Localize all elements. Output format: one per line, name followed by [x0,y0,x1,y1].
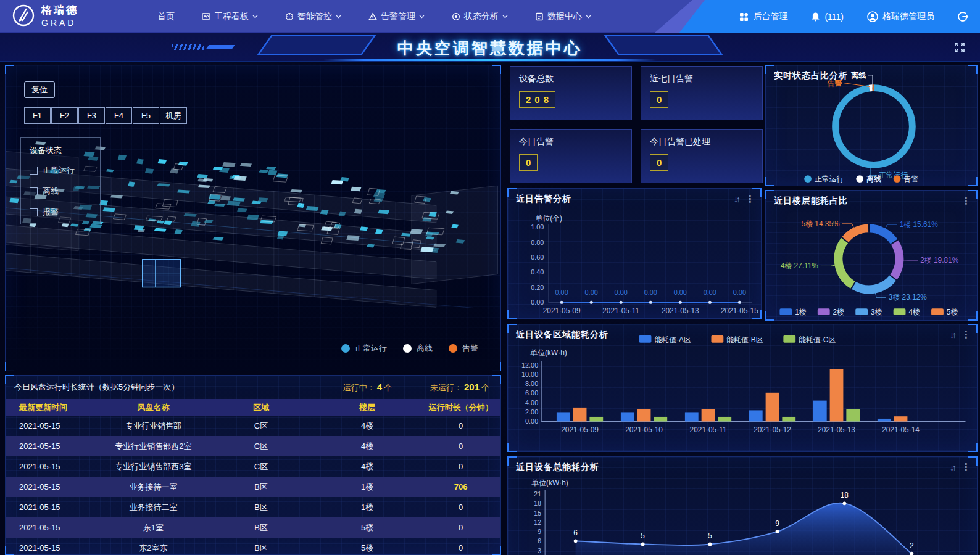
fullscreen-button[interactable] [953,41,966,57]
checkbox[interactable] [30,166,38,175]
chevron-down-icon [252,15,258,18]
stat-value: 0 [650,91,668,108]
region-energy-panel: 近日设备区域能耗分析 ↓↑ ⋮ 能耗值-A区能耗值-B区能耗值-C区单位(kW·… [507,324,978,452]
status-filter-option-3[interactable]: 报警 [30,207,100,218]
checkbox[interactable] [30,187,38,195]
svg-text:2021-05-10: 2021-05-10 [625,426,663,434]
user-icon [867,11,878,22]
admin-button[interactable]: 后台管理 [739,11,787,22]
panel-title: 近日楼层能耗占比 [774,195,848,207]
stat-label: 设备总数 [519,73,623,84]
svg-text:4楼: 4楼 [908,308,920,316]
menu-item-5[interactable]: 状态分析 [452,11,508,22]
kebab-menu-icon[interactable]: ⋮ [745,193,755,205]
chevron-down-icon [586,15,591,18]
stat-card-3: 今日告警 0 [510,129,632,183]
floor-button-F3[interactable]: F3 [78,107,105,124]
table-cell: B区 [209,543,314,554]
svg-text:2.00: 2.00 [525,408,538,416]
svg-text:2楼: 2楼 [833,308,845,316]
floor-button-F4[interactable]: F4 [106,107,132,124]
running-count: 运行中：4个 [343,382,392,393]
table-cell: 5楼 [314,543,421,554]
svg-text:6.00: 6.00 [525,389,538,397]
brand-name-en: GRAD [41,18,78,28]
navbar-right: 后台管理 (111) 格瑞德管理员 [679,0,980,33]
svg-text:2021-05-12: 2021-05-12 [754,426,791,434]
menu-item-1[interactable]: 首页 [157,11,175,22]
checkbox[interactable] [30,208,38,216]
chevron-down-icon [502,15,508,18]
reset-view-button[interactable]: 复位 [24,81,55,98]
svg-text:21: 21 [534,490,541,498]
table-cell: 2021-05-15 [6,462,98,471]
svg-text:8.00: 8.00 [525,380,538,387]
floor-energy-panel: 近日楼层能耗占比 ⋮ 1楼 15.61%2楼 19.81%3楼 23.12%4楼… [765,190,978,321]
floor-donut-chart: 1楼 15.61%2楼 19.81%3楼 23.12%4楼 27.11%5楼 1… [766,191,977,320]
floor-button-F1[interactable]: F1 [24,107,51,124]
table-header-cell: 楼层 [314,402,421,413]
svg-text:告警: 告警 [903,175,918,183]
logout-button[interactable] [958,11,969,22]
floor-button-F5[interactable]: F5 [133,107,159,124]
control-icon [285,12,294,21]
table-cell: 4楼 [314,461,421,472]
user-menu[interactable]: 格瑞德管理员 [867,11,934,22]
status-donut-chart: 离线告警正常运行正常运行离线告警 [766,65,977,186]
svg-text:2021-05-09: 2021-05-09 [561,426,599,434]
viewer-legend-item-1: 正常运行 [341,343,387,354]
notifications-button[interactable]: (111) [811,12,844,22]
menu-item-3[interactable]: 智能管控 [285,11,341,22]
table-cell: 2021-05-15 [6,442,98,451]
svg-text:6: 6 [573,528,578,537]
viewer-legend-item-3: 告警 [449,343,478,354]
page-header: 中央空调智慧数据中心 [0,33,980,62]
admin-label: 后台管理 [753,11,787,22]
status-filter-option-1[interactable]: 正常运行 [30,165,100,176]
svg-text:0.80: 0.80 [531,239,544,246]
fan-runtime-table-panel: 今日风盘运行时长统计（数据5分钟同步一次） 运行中：4个 未运行：201个 最新… [5,375,501,555]
svg-text:能耗值-C区: 能耗值-C区 [799,335,836,344]
svg-text:2021-05-15: 2021-05-15 [721,306,758,315]
kebab-menu-icon[interactable]: ⋮ [961,329,971,340]
brand-logo[interactable]: 格瑞德 GRAD [11,3,78,28]
table-title: 今日风盘运行时长统计（数据5分钟同步一次） [14,382,343,393]
svg-text:6: 6 [538,537,541,545]
grid-icon [739,12,749,22]
svg-text:1楼: 1楼 [795,308,807,316]
device-status-title: 设备状态 [30,145,100,156]
building-viewer-panel: 复位 F1F2F3F4F5机房 设备状态 正常运行离线报警 正常运行离线告警 [5,65,501,371]
svg-text:单位(kW·h): 单位(kW·h) [531,479,568,487]
sort-icon[interactable]: ↓↑ [950,330,955,340]
table-cell: 东2室东 [98,543,209,554]
floor-button-F2[interactable]: F2 [51,107,78,124]
panel-title: 实时状态占比分析 [774,70,848,81]
kebab-menu-icon[interactable]: ⋮ [961,195,971,207]
table-header-cell: 最新更新时间 [6,402,98,413]
sort-icon[interactable]: ↓↑ [950,462,955,472]
svg-text:2021-05-14: 2021-05-14 [882,426,920,434]
svg-text:0.20: 0.20 [531,284,544,291]
table-cell: 0 [421,462,500,471]
svg-text:能耗值-A区: 能耗值-A区 [654,335,691,344]
grad-logo-icon [11,3,36,28]
sort-icon[interactable]: ↓↑ [734,194,739,204]
table-cell: C区 [209,441,314,452]
svg-text:2楼 19.81%: 2楼 19.81% [920,256,958,265]
status-filter-option-2[interactable]: 离线 [30,186,100,197]
svg-text:1楼 15.61%: 1楼 15.61% [900,220,938,229]
menu-item-2[interactable]: 工程看板 [202,11,258,22]
legend-dot [341,344,350,353]
table-cell: 2021-05-15 [6,503,98,512]
stat-label: 今日告警已处理 [650,136,754,147]
menu-item-4[interactable]: 告警管理 [368,11,425,22]
menu-item-6[interactable]: 数据中心 [535,11,591,22]
table-cell: C区 [209,421,314,432]
floor-button-机房[interactable]: 机房 [160,107,187,124]
table-row: 2021-05-15业务接待一室B区1楼706 [6,477,500,497]
notification-count: (111) [824,12,844,22]
kebab-menu-icon[interactable]: ⋮ [961,461,971,473]
recent-alarm-panel: 近日告警分析 ↓↑ ⋮ 单位(个)1.000.800.600.400.200.0… [507,188,762,319]
svg-text:1.00: 1.00 [531,223,544,231]
svg-text:0.00: 0.00 [615,289,628,296]
